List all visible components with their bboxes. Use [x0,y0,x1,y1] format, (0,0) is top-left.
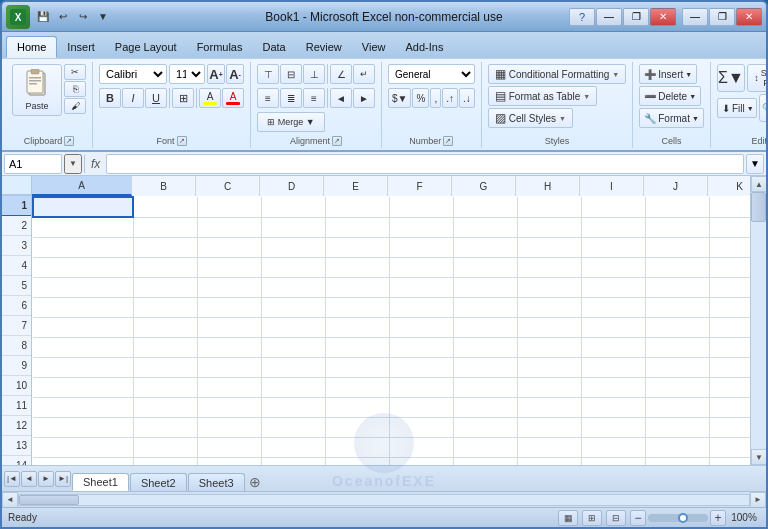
table-row[interactable] [197,197,261,217]
table-row[interactable] [133,197,197,217]
table-row[interactable] [197,437,261,457]
app-restore-btn[interactable]: ❐ [623,8,649,26]
col-header-F[interactable]: F [388,176,452,196]
table-row[interactable] [517,377,581,397]
table-row[interactable] [33,237,133,257]
table-row[interactable] [197,217,261,237]
col-header-E[interactable]: E [324,176,388,196]
table-row[interactable] [197,337,261,357]
tab-page-layout[interactable]: Page Layout [105,36,187,58]
left-align-btn[interactable]: ≡ [257,88,279,108]
table-row[interactable] [325,257,389,277]
table-row[interactable] [389,277,453,297]
tab-data[interactable]: Data [252,36,295,58]
table-row[interactable] [389,397,453,417]
fill-button[interactable]: ⬇ Fill ▼ [717,98,757,118]
sheet-nav-first[interactable]: |◄ [4,471,20,487]
app-close-btn[interactable]: ✕ [650,8,676,26]
table-row[interactable] [453,217,517,237]
table-row[interactable] [197,357,261,377]
table-row[interactable] [133,417,197,437]
currency-btn[interactable]: $▼ [388,88,411,108]
wrap-text-btn[interactable]: ↵ [353,64,375,84]
table-row[interactable] [261,277,325,297]
percent-btn[interactable]: % [412,88,429,108]
table-row[interactable] [325,417,389,437]
table-row[interactable] [133,377,197,397]
center-align-btn[interactable]: ≣ [280,88,302,108]
table-row[interactable] [453,237,517,257]
row-num-1[interactable]: 1 [2,196,31,216]
table-row[interactable] [325,217,389,237]
table-row[interactable] [197,457,261,465]
sheet-nav-next[interactable]: ► [38,471,54,487]
row-num-13[interactable]: 13 [2,436,31,456]
tab-review[interactable]: Review [296,36,352,58]
fill-color-button[interactable]: A [199,88,221,108]
col-header-G[interactable]: G [452,176,516,196]
table-row[interactable] [517,217,581,237]
table-row[interactable] [389,317,453,337]
table-row[interactable] [581,437,645,457]
table-row[interactable] [33,437,133,457]
right-align-btn[interactable]: ≡ [303,88,325,108]
angle-text-btn[interactable]: ∠ [330,64,352,84]
col-header-C[interactable]: C [196,176,260,196]
table-row[interactable] [581,357,645,377]
table-row[interactable] [197,257,261,277]
font-color-button[interactable]: A [222,88,244,108]
col-header-I[interactable]: I [580,176,644,196]
col-header-H[interactable]: H [516,176,580,196]
table-row[interactable] [261,397,325,417]
table-row[interactable] [261,457,325,465]
table-row[interactable] [709,397,750,417]
bottom-align-btn[interactable]: ⊥ [303,64,325,84]
table-row[interactable] [645,197,709,217]
table-row[interactable] [389,417,453,437]
formula-input[interactable] [106,154,744,174]
table-row[interactable] [709,377,750,397]
table-row[interactable] [581,297,645,317]
row-num-14[interactable]: 14 [2,456,31,465]
app-minimize-btn[interactable]: — [596,8,622,26]
save-quick-btn[interactable]: 💾 [34,8,52,26]
table-row[interactable] [133,397,197,417]
table-row[interactable] [389,437,453,457]
table-row[interactable] [261,337,325,357]
increase-decimal-btn[interactable]: .↑ [442,88,458,108]
table-row[interactable] [709,297,750,317]
format-as-table-btn[interactable]: ▤ Format as Table ▼ [488,86,597,106]
comma-btn[interactable]: , [430,88,441,108]
table-row[interactable] [325,377,389,397]
table-row[interactable] [645,257,709,277]
row-num-5[interactable]: 5 [2,276,31,296]
row-num-6[interactable]: 6 [2,296,31,316]
table-row[interactable] [581,377,645,397]
table-row[interactable] [709,457,750,465]
table-row[interactable] [325,457,389,465]
table-row[interactable] [33,417,133,437]
table-row[interactable] [453,437,517,457]
table-row[interactable] [261,437,325,457]
row-num-10[interactable]: 10 [2,376,31,396]
table-row[interactable] [197,397,261,417]
increase-font-size-btn[interactable]: A+ [207,64,225,84]
table-row[interactable] [453,417,517,437]
table-row[interactable] [453,337,517,357]
middle-align-btn[interactable]: ⊟ [280,64,302,84]
table-row[interactable] [261,357,325,377]
win-minimize-btn[interactable]: — [682,8,708,26]
table-row[interactable] [261,377,325,397]
tab-add-ins[interactable]: Add-Ins [395,36,453,58]
table-row[interactable] [581,417,645,437]
col-header-D[interactable]: D [260,176,324,196]
table-row[interactable] [581,337,645,357]
table-row[interactable] [645,417,709,437]
table-row[interactable] [581,197,645,217]
tab-insert[interactable]: Insert [57,36,105,58]
table-row[interactable] [33,397,133,417]
alignment-expand-btn[interactable]: ↗ [332,136,342,146]
sum-button[interactable]: Σ▼ [717,64,745,92]
table-row[interactable] [325,357,389,377]
table-row[interactable] [453,297,517,317]
